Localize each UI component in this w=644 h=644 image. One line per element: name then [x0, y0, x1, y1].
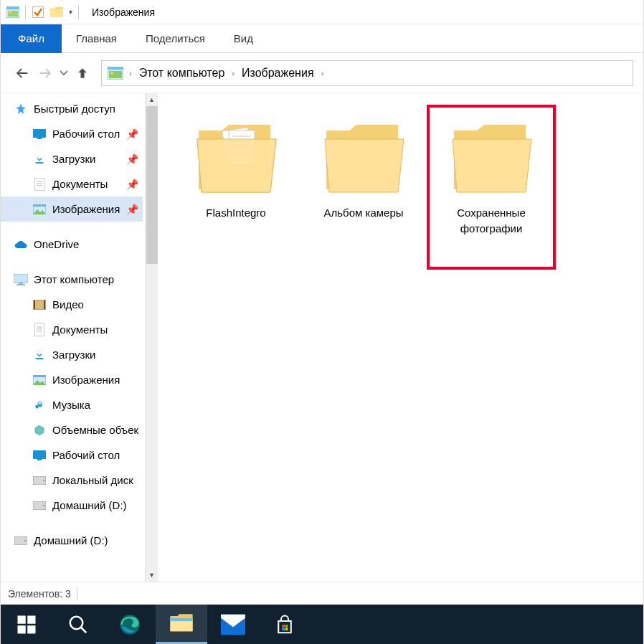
quick-access-dropdown-icon[interactable]: ▾ — [66, 8, 75, 16]
svg-point-35 — [43, 480, 44, 481]
svg-rect-29 — [36, 358, 44, 359]
svg-rect-24 — [44, 300, 45, 309]
svg-line-50 — [81, 627, 87, 633]
nav-forward-button[interactable] — [34, 62, 57, 85]
pin-icon: 📌 — [126, 204, 138, 215]
tree-label: OneDrive — [34, 238, 79, 250]
folder-item-highlighted[interactable]: Сохраненные фотографии — [431, 109, 551, 265]
tree-item-home-d[interactable]: Домашний (D:) — [1, 493, 143, 518]
tree-item-pictures[interactable]: Изображения 📌 — [1, 196, 143, 222]
window-title: Изображения — [92, 6, 155, 18]
svg-point-3 — [9, 11, 11, 14]
task-store-button[interactable] — [259, 605, 311, 644]
tree-item-music[interactable]: Музыка — [1, 392, 143, 417]
ribbon-tab-file[interactable]: Файл — [1, 24, 62, 53]
status-bar: Элементов: 3 — [1, 582, 643, 605]
recent-locations-dropdown[interactable] — [57, 62, 71, 85]
svg-point-37 — [43, 505, 44, 506]
tree-onedrive[interactable]: OneDrive — [1, 232, 143, 257]
tree-label: Рабочий стол — [52, 449, 120, 461]
tree-item-videos[interactable]: Видео — [1, 292, 143, 317]
tree-item-downloads[interactable]: Загрузки — [1, 342, 143, 367]
pin-icon: 📌 — [126, 128, 138, 140]
documents-icon — [32, 178, 47, 191]
start-button[interactable] — [1, 605, 52, 644]
svg-rect-20 — [19, 283, 23, 284]
svg-rect-25 — [34, 323, 44, 336]
tree-item-local-disk[interactable]: Локальный диск — [1, 468, 143, 493]
svg-point-49 — [70, 616, 83, 629]
navpane-scrollbar[interactable]: ▲ ▼ — [145, 93, 158, 582]
folder-label: Сохраненные фотографии — [435, 205, 547, 237]
folder-label: Альбом камеры — [324, 205, 404, 221]
desktop-icon — [32, 449, 47, 462]
tree-label: Быстрый доступ — [34, 103, 115, 115]
tree-item-desktop[interactable]: Рабочий стол 📌 — [1, 121, 143, 146]
svg-rect-21 — [16, 284, 25, 285]
ribbon-tab-home[interactable]: Главная — [62, 24, 131, 53]
drive-icon — [32, 499, 47, 512]
breadcrumb-chevron-icon[interactable]: › — [318, 69, 327, 77]
ribbon-tab-view[interactable]: Вид — [219, 24, 267, 53]
breadcrumb-this-pc[interactable]: Этот компьютер — [135, 61, 229, 85]
ribbon-tab-share[interactable]: Поделиться — [131, 24, 219, 53]
scroll-thumb[interactable] — [146, 106, 158, 264]
svg-rect-45 — [18, 615, 26, 623]
music-icon — [32, 399, 47, 412]
task-explorer-button[interactable] — [156, 605, 207, 644]
nav-back-button[interactable] — [11, 62, 34, 85]
tree-label: Объемные объекты — [52, 424, 138, 436]
svg-rect-32 — [33, 450, 46, 459]
breadcrumb-chevron-icon[interactable]: › — [229, 69, 237, 77]
tree-label: Видео — [52, 298, 84, 311]
nav-bar: › Этот компьютер › Изображения › — [1, 53, 643, 93]
tree-item-documents[interactable]: Документы — [1, 317, 143, 342]
svg-point-9 — [110, 72, 113, 75]
folder-item[interactable]: Альбом камеры — [303, 109, 424, 225]
window-titlebar: ▾ Изображения — [1, 0, 643, 24]
tree-item-desktop[interactable]: Рабочий стол — [1, 442, 143, 468]
task-search-button[interactable] — [52, 605, 104, 644]
svg-rect-31 — [33, 375, 46, 377]
pin-icon: 📌 — [126, 153, 138, 165]
documents-icon — [32, 323, 47, 336]
svg-rect-48 — [27, 625, 35, 633]
folder-item[interactable]: FlashIntegro — [176, 109, 296, 225]
status-item-count: Элементов: 3 — [8, 588, 71, 600]
svg-rect-1 — [6, 6, 19, 9]
tree-item-home-d-root[interactable]: Домашний (D:) — [1, 528, 143, 553]
svg-point-39 — [24, 540, 26, 541]
svg-rect-10 — [33, 129, 46, 138]
quick-access-checkbox-icon[interactable] — [30, 4, 46, 20]
tree-label: Документы — [52, 178, 108, 190]
breadcrumb-chevron-icon[interactable]: › — [126, 69, 135, 77]
quick-access-folder-icon[interactable] — [49, 4, 65, 20]
this-pc-icon — [14, 273, 28, 286]
nav-up-button[interactable] — [71, 62, 94, 85]
content-area[interactable]: FlashIntegro Альбом камеры Сохраненные ф… — [158, 93, 643, 582]
task-mail-button[interactable] — [207, 605, 259, 644]
status-separator — [77, 587, 77, 601]
tree-item-pictures[interactable]: Изображения — [1, 367, 143, 392]
downloads-icon — [32, 153, 47, 166]
tree-item-downloads[interactable]: Загрузки 📌 — [1, 146, 143, 171]
svg-rect-55 — [282, 625, 285, 628]
objects3d-icon — [32, 424, 47, 437]
folder-icon — [445, 113, 538, 199]
scroll-up-icon[interactable]: ▲ — [146, 93, 158, 106]
breadcrumb-pictures[interactable]: Изображения — [237, 61, 318, 85]
tree-item-documents[interactable]: Документы 📌 — [1, 171, 143, 196]
address-bar[interactable]: › Этот компьютер › Изображения › — [101, 60, 633, 86]
address-location-icon — [108, 67, 123, 80]
tree-quick-access[interactable]: Быстрый доступ — [1, 96, 143, 121]
star-icon — [14, 103, 28, 115]
svg-rect-7 — [108, 67, 123, 70]
scroll-down-icon[interactable]: ▼ — [146, 569, 158, 582]
videos-icon — [32, 298, 47, 311]
svg-rect-53 — [170, 618, 192, 621]
task-edge-button[interactable] — [104, 605, 156, 644]
tree-item-3d-objects[interactable]: Объемные объекты — [1, 417, 143, 442]
ribbon: Файл Главная Поделиться Вид — [1, 24, 643, 53]
tree-this-pc[interactable]: Этот компьютер — [1, 267, 143, 292]
svg-rect-46 — [27, 615, 35, 623]
